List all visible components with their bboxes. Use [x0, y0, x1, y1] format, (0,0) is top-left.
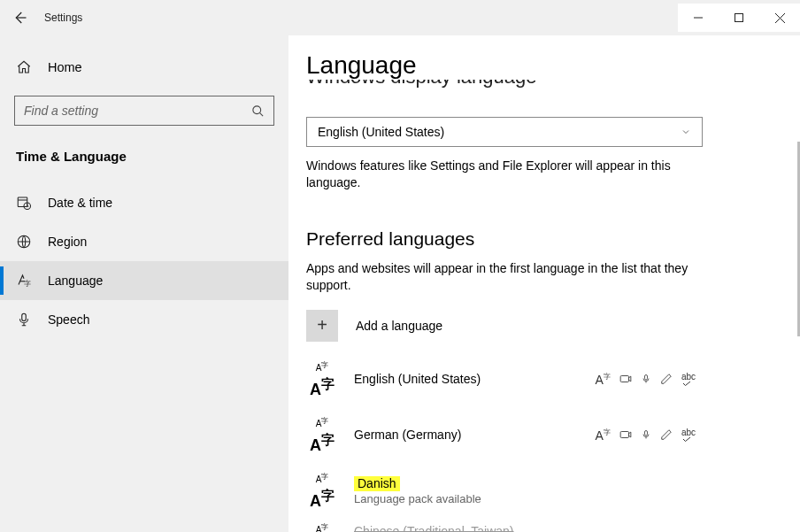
language-glyph-icon: A字A字: [306, 473, 338, 509]
search-input[interactable]: [24, 104, 251, 118]
category-header: Time & Language: [0, 142, 288, 183]
close-icon: [775, 13, 785, 23]
maximize-icon: [735, 13, 743, 22]
app-title: Settings: [44, 12, 82, 24]
text-to-speech-icon: [619, 373, 632, 385]
svg-rect-11: [22, 313, 27, 320]
back-arrow-icon: [12, 10, 27, 26]
plus-icon: +: [306, 310, 338, 342]
language-icon: 字: [16, 273, 32, 289]
sidebar-item-label: Language: [48, 274, 103, 288]
calendar-clock-icon: [16, 195, 32, 211]
display-language-icon: A字: [596, 372, 611, 387]
text-to-speech-icon: [619, 428, 632, 441]
search-icon: [251, 104, 265, 118]
speech-icon: [641, 428, 651, 441]
svg-point-4: [253, 105, 261, 113]
svg-rect-6: [18, 197, 27, 207]
language-item-cut: A字 Chinese (Traditional, Taiwan): [306, 523, 514, 532]
language-feature-icons: A字 abc: [596, 428, 696, 443]
preferred-languages-heading: Preferred languages: [306, 228, 765, 250]
display-language-desc: Windows features like Settings and File …: [306, 158, 704, 191]
language-feature-icons: A字 abc: [596, 372, 696, 387]
home-label: Home: [48, 60, 82, 74]
svg-rect-12: [620, 376, 628, 382]
language-name: German (Germany): [354, 428, 461, 442]
language-subtext: Language pack available: [354, 492, 481, 505]
search-box[interactable]: [14, 96, 274, 126]
content-area: Language Windows display language Englis…: [288, 35, 800, 532]
maximize-button[interactable]: [719, 4, 759, 32]
language-glyph-icon: A字: [306, 523, 338, 532]
section-display-language-cut: Windows display language: [306, 80, 765, 103]
sidebar-item-region[interactable]: Region: [0, 222, 288, 261]
dropdown-value: English (United States): [318, 125, 444, 139]
preferred-languages-desc: Apps and websites will appear in the fir…: [306, 260, 704, 294]
handwriting-icon: [660, 373, 673, 385]
svg-rect-1: [735, 14, 743, 22]
sidebar-item-label: Date & time: [48, 196, 112, 210]
globe-icon: [16, 234, 32, 250]
language-item[interactable]: A字A字 Danish Language pack available: [306, 473, 696, 509]
display-language-icon: A字: [596, 428, 611, 443]
language-glyph-icon: A字A字: [306, 361, 338, 397]
add-language-button[interactable]: + Add a language: [306, 310, 765, 342]
language-name: Danish: [354, 476, 481, 490]
sidebar-item-date-time[interactable]: Date & time: [0, 183, 288, 222]
svg-text:字: 字: [24, 280, 31, 288]
page-title: Language: [306, 51, 765, 80]
home-link[interactable]: Home: [0, 48, 288, 87]
svg-line-5: [259, 112, 263, 116]
close-button[interactable]: [759, 4, 800, 32]
minimize-button[interactable]: [678, 4, 719, 32]
display-language-dropdown[interactable]: English (United States): [306, 117, 703, 147]
sidebar-item-label: Speech: [48, 312, 89, 327]
back-button[interactable]: [0, 0, 39, 35]
speech-icon: [641, 373, 651, 385]
language-item[interactable]: A字A字 English (United States) A字 abc: [306, 361, 696, 397]
svg-rect-13: [644, 375, 647, 381]
language-name: Chinese (Traditional, Taiwan): [354, 524, 514, 532]
handwriting-icon: [660, 428, 673, 441]
language-item[interactable]: A字A字 German (Germany) A字 abc: [306, 417, 696, 453]
language-name: English (United States): [354, 372, 481, 386]
spellcheck-icon: abc: [681, 372, 696, 387]
spellcheck-icon: abc: [681, 428, 696, 443]
minimize-icon: [694, 13, 703, 22]
sidebar-item-language[interactable]: 字 Language: [0, 261, 288, 300]
svg-rect-15: [644, 431, 647, 436]
microphone-icon: [16, 312, 32, 328]
chevron-down-icon: [681, 127, 691, 137]
sidebar: Home Time & Language Date & time Region: [0, 35, 288, 532]
add-language-label: Add a language: [356, 319, 442, 333]
sidebar-item-label: Region: [48, 235, 87, 249]
language-glyph-icon: A字A字: [306, 417, 338, 453]
svg-rect-14: [620, 432, 628, 438]
sidebar-item-speech[interactable]: Speech: [0, 300, 288, 339]
home-icon: [16, 59, 32, 75]
